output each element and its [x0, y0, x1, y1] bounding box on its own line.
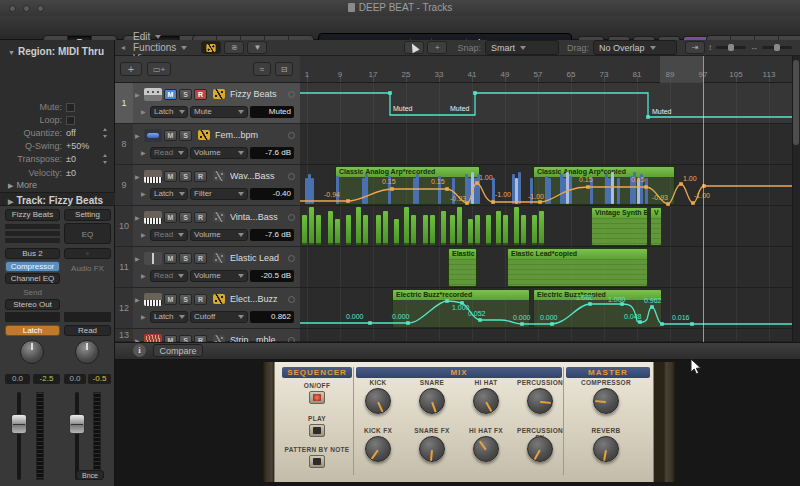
track-name[interactable]: Vinta...Bass — [230, 212, 286, 222]
midi-note-bar[interactable] — [404, 207, 409, 245]
automation-value-box[interactable]: -7.6 dB — [250, 147, 294, 159]
track-name[interactable]: Fizzy Beats — [230, 89, 286, 99]
record-enable-button[interactable]: R — [194, 212, 207, 223]
pan-knob[interactable] — [75, 340, 99, 364]
automation-param-dropdown[interactable]: Filter — [190, 188, 248, 200]
field-value[interactable]: ±0 — [66, 154, 76, 164]
disclosure-triangle-icon[interactable]: ▶ — [141, 272, 148, 279]
pan-knob[interactable] — [20, 340, 44, 364]
track-header-9[interactable]: ▶MSRWav...Bass▶LatchFilter-0.40 — [133, 165, 300, 206]
flex-toggle-button[interactable]: ≋ — [224, 41, 244, 54]
midi-note-bar[interactable] — [328, 211, 333, 245]
midi-note-bar[interactable] — [521, 215, 526, 245]
playhead[interactable] — [703, 56, 704, 342]
track-lane-10[interactable] — [300, 206, 792, 247]
command-tool-button[interactable]: + — [427, 41, 447, 54]
knob-hi-hat-fx[interactable] — [473, 436, 499, 462]
disclosure-triangle-icon[interactable]: ▶ — [141, 108, 148, 115]
region[interactable]: Elastic L — [448, 248, 477, 287]
midi-note-bar[interactable] — [423, 215, 428, 245]
midi-note-bar[interactable] — [309, 207, 314, 245]
automation-icon[interactable] — [213, 171, 225, 181]
channel-eq-plugin-slot[interactable]: Channel EQ — [5, 273, 60, 284]
knob-compressor[interactable] — [593, 388, 619, 414]
mute-button[interactable]: M — [164, 171, 177, 182]
knob-percussion-fx[interactable] — [527, 436, 553, 462]
track-header-12[interactable]: ▶MSRElect...Buzz▶LatchCutoff0.862 — [133, 288, 300, 329]
midi-note-bar[interactable] — [441, 211, 446, 245]
track-number-11[interactable]: 11 — [115, 247, 133, 288]
automation-icon[interactable] — [198, 130, 210, 140]
track-icon-drum[interactable] — [144, 88, 162, 101]
peak-value[interactable]: -2.5 — [33, 374, 60, 384]
track-on-icon[interactable] — [288, 173, 295, 180]
solo-button[interactable]: S — [179, 212, 192, 223]
automation-mode-dropdown[interactable]: Read — [150, 270, 188, 282]
track-header-10[interactable]: ▶MSRVinta...Bass▶ReadVolume-7.6 dB — [133, 206, 300, 247]
automation-mode-dropdown[interactable]: Latch — [150, 188, 188, 200]
midi-note-bar[interactable] — [356, 207, 361, 245]
track-inspector-header[interactable]: ▶Track: Fizzy Beats — [0, 192, 115, 206]
automation-mode-dropdown[interactable]: Read — [150, 229, 188, 241]
midi-note-bar[interactable] — [346, 215, 351, 245]
track-number-10[interactable]: 10 — [115, 206, 133, 247]
disclosure-triangle-icon[interactable]: ▶ — [135, 132, 142, 139]
track-number-12[interactable]: 12 — [115, 288, 133, 329]
mute-button[interactable]: M — [164, 89, 177, 100]
vertical-zoom-slider[interactable] — [716, 46, 746, 49]
automation-icon[interactable] — [213, 294, 225, 304]
volume-value[interactable]: 0.0 — [5, 374, 30, 384]
sequencer-play-button[interactable] — [309, 424, 325, 437]
compare-button[interactable]: Compare — [153, 344, 203, 357]
arrange-area[interactable]: Classic Analog Arp*recordedClassic Analo… — [300, 83, 792, 342]
track-header-1[interactable]: ▶MSRFizzy Beats▶LatchMuteMuted — [133, 83, 300, 124]
midi-note-bar[interactable] — [302, 215, 307, 245]
field-value[interactable]: ±0 — [66, 168, 76, 178]
region[interactable]: Elastic Lead*copied — [507, 248, 648, 287]
midi-note-bar[interactable] — [383, 211, 388, 245]
knob-kick-fx[interactable] — [365, 436, 391, 462]
disclosure-triangle-icon[interactable]: ▶ — [141, 231, 148, 238]
channel-name-button[interactable]: Fizzy Beats — [5, 209, 60, 221]
plugin-info-button[interactable]: i — [133, 344, 146, 357]
track-name[interactable]: Elastic Lead — [230, 253, 286, 263]
knob-kick[interactable] — [365, 388, 391, 414]
track-header-8[interactable]: ▶MSFem...bpm▶ReadVolume-7.6 dB — [133, 124, 300, 165]
automation-param-dropdown[interactable]: Volume — [190, 270, 248, 282]
region[interactable]: Electric Buzz*copied — [533, 289, 662, 328]
setting-button[interactable]: Setting — [64, 209, 111, 221]
solo-button[interactable]: S — [179, 130, 192, 141]
region[interactable]: Vintage Synth Bas — [591, 207, 648, 246]
midi-note-bar[interactable] — [486, 215, 491, 245]
region[interactable]: Classic Analog Arp*recorded — [335, 166, 480, 205]
bounce-button[interactable]: Bnce — [76, 470, 104, 480]
snap-dropdown[interactable]: Smart — [485, 40, 559, 55]
automation-value-box[interactable]: Muted — [250, 106, 294, 118]
solo-button[interactable]: S — [179, 89, 192, 100]
automation-param-dropdown[interactable]: Volume — [190, 147, 248, 159]
track-on-icon[interactable] — [288, 132, 295, 139]
disclosure-triangle-icon[interactable]: ▶ — [141, 149, 148, 156]
solo-button[interactable]: S — [179, 253, 192, 264]
mute-button[interactable]: M — [164, 212, 177, 223]
track-number-8[interactable]: 8 — [115, 124, 133, 165]
stepper-icon[interactable] — [102, 128, 109, 138]
track-icon-theremin[interactable] — [144, 252, 162, 265]
eq-thumbnail-slot[interactable] — [5, 224, 60, 229]
volume-fader[interactable] — [69, 414, 85, 434]
track-on-icon[interactable] — [288, 255, 295, 262]
midi-note-bar[interactable] — [457, 207, 462, 245]
track-header-11[interactable]: ▶MSRElastic Lead▶ReadVolume-20.5 dB — [133, 247, 300, 288]
track-lane-8[interactable] — [300, 124, 792, 165]
region[interactable]: V — [650, 207, 662, 246]
midi-note-bar[interactable] — [363, 215, 368, 245]
automation-value-box[interactable]: -0.40 — [250, 188, 294, 200]
drag-dropdown[interactable]: No Overlap — [593, 40, 677, 55]
track-name[interactable]: Elect...Buzz — [230, 294, 286, 304]
midi-note-bar[interactable] — [503, 215, 508, 245]
track-filter-button[interactable]: ▼ — [247, 41, 267, 54]
peak-value[interactable]: -0.5 — [88, 374, 111, 384]
midi-note-bar[interactable] — [335, 219, 340, 245]
horizontal-zoom-slider[interactable] — [762, 46, 792, 49]
track-on-icon[interactable] — [288, 214, 295, 221]
